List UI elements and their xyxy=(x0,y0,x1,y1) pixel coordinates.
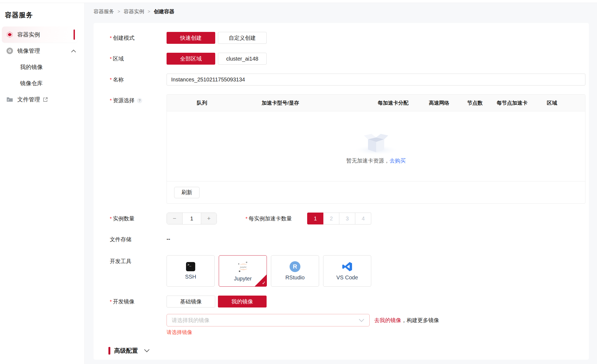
select-placeholder: 请选择我的镜像 xyxy=(172,317,210,324)
dev-tool-label: Jupyter xyxy=(234,276,252,282)
dev-tool-label: RStudio xyxy=(285,274,304,281)
required-mark: * xyxy=(110,77,112,82)
resource-select-label: *资源选择? xyxy=(110,94,167,204)
create-mode-custom-button[interactable]: 自定义创建 xyxy=(218,32,267,44)
dev-tool-jupyter-card[interactable]: jupyter Jupyter ✓ xyxy=(219,255,267,287)
vscode-icon xyxy=(342,261,353,272)
sidebar-item-image-repository[interactable]: 镜像仓库 xyxy=(0,75,84,91)
column-header-node-count: 节点数 xyxy=(459,100,490,107)
empty-state-text: 暂无加速卡资源，去购买 xyxy=(346,157,406,164)
jupyter-icon: jupyter xyxy=(236,260,249,273)
sidebar-item-file-management[interactable]: 文件管理 xyxy=(0,91,84,108)
column-header-region: 区域 xyxy=(534,100,570,107)
sidebar: 容器服务 容器实例 镜像管理 我的镜像 镜像仓库 xyxy=(0,3,85,364)
breadcrumb-separator: > xyxy=(148,9,150,14)
instance-name-input[interactable] xyxy=(167,74,585,85)
cards-option-2[interactable]: 2 xyxy=(323,213,339,224)
create-mode-label: *创建模式 xyxy=(110,32,167,44)
create-mode-quick-button[interactable]: 快速创建 xyxy=(167,32,215,44)
breadcrumb-container-service[interactable]: 容器服务 xyxy=(94,8,114,15)
dev-tool-vscode-card[interactable]: VS Code xyxy=(323,255,371,287)
create-container-form-card: *创建模式 快速创建 自定义创建 *区域 全部区域 cluster_ai148 xyxy=(94,23,589,360)
external-link-icon xyxy=(43,97,48,102)
required-mark: * xyxy=(110,56,112,62)
instance-count-stepper: − 1 + xyxy=(167,213,217,224)
sidebar-item-label: 文件管理 xyxy=(17,96,40,103)
sidebar-item-label: 镜像管理 xyxy=(17,47,40,55)
empty-box-icon xyxy=(353,128,399,155)
dev-image-mine-button[interactable]: 我的镜像 xyxy=(218,296,267,307)
dev-image-label: *开发镜像 xyxy=(110,296,167,307)
name-label: *名称 xyxy=(110,74,167,85)
breadcrumb-container-instances[interactable]: 容器实例 xyxy=(124,8,144,15)
help-icon[interactable]: ? xyxy=(137,98,142,103)
region-label: *区域 xyxy=(110,53,167,65)
sidebar-title: 容器服务 xyxy=(5,11,84,19)
top-divider xyxy=(0,0,597,3)
file-storage-value: -- xyxy=(167,233,170,243)
required-mark: * xyxy=(246,216,247,221)
required-mark: * xyxy=(110,35,112,41)
chevron-up-icon[interactable] xyxy=(71,49,76,53)
cards-per-instance-label: *每实例加速卡数量 xyxy=(246,215,292,222)
cards-option-1[interactable]: 1 xyxy=(307,213,323,224)
region-cluster-button[interactable]: cluster_ai148 xyxy=(218,53,267,65)
region-all-button[interactable]: 全部区域 xyxy=(167,53,215,65)
dev-tool-ssh-card[interactable]: >_ SSH xyxy=(167,255,215,287)
image-management-icon xyxy=(6,47,13,54)
sidebar-item-label: 镜像仓库 xyxy=(20,80,43,87)
container-instance-icon xyxy=(6,31,13,38)
sidebar-item-image-management[interactable]: 镜像管理 xyxy=(0,43,84,59)
sidebar-item-label: 容器实例 xyxy=(17,31,40,38)
file-storage-label: 文件存储 xyxy=(110,233,167,243)
required-mark: * xyxy=(110,216,112,221)
dev-tool-rstudio-card[interactable]: R RStudio xyxy=(271,255,319,287)
sidebar-item-label: 我的镜像 xyxy=(20,63,43,71)
chevron-down-icon[interactable] xyxy=(144,349,150,353)
folder-icon xyxy=(6,96,13,103)
main-area: 容器服务 > 容器实例 > 创建容器 *创建模式 快速创建 自定义创建 *区域 xyxy=(85,3,597,364)
svg-text:jupyter: jupyter xyxy=(240,266,247,268)
advanced-config-header[interactable]: 高级配置 xyxy=(108,347,589,355)
my-image-select[interactable]: 请选择我的镜像 xyxy=(167,314,370,326)
dev-tool-label: SSH xyxy=(185,274,196,280)
build-more-images-text: ，构建更多镜像 xyxy=(401,317,439,324)
resource-table: 队列 加速卡型号/显存 每加速卡分配 高速网络 节点数 每节点加速卡 区域 xyxy=(167,94,585,204)
dev-tools-label: 开发工具 xyxy=(110,255,167,287)
go-to-my-images-link[interactable]: 去我的镜像 xyxy=(374,317,401,324)
breadcrumb: 容器服务 > 容器实例 > 创建容器 xyxy=(85,3,597,20)
cards-per-instance-options: 1 2 3 4 xyxy=(307,213,371,224)
resource-table-header: 队列 加速卡型号/显存 每加速卡分配 高速网络 节点数 每节点加速卡 区域 xyxy=(167,95,585,111)
required-mark: * xyxy=(110,299,112,305)
chevron-down-icon xyxy=(359,319,364,322)
instance-count-label: *实例数量 xyxy=(110,213,167,224)
column-header-network: 高速网络 xyxy=(419,100,459,107)
stepper-increase-button[interactable]: + xyxy=(201,213,217,224)
advanced-config-title: 高级配置 xyxy=(114,347,138,355)
selected-check-icon: ✓ xyxy=(254,274,267,287)
breadcrumb-current-page: 创建容器 xyxy=(154,8,174,15)
section-accent-bar xyxy=(108,347,110,355)
rstudio-icon: R xyxy=(290,261,300,272)
column-header-card-model: 加速卡型号/显存 xyxy=(237,100,324,107)
stepper-decrease-button[interactable]: − xyxy=(167,213,182,224)
resource-empty-state: 暂无加速卡资源，去购买 xyxy=(167,111,585,181)
column-header-per-card-alloc: 每加速卡分配 xyxy=(367,100,419,107)
breadcrumb-separator: > xyxy=(118,9,120,14)
dev-tool-label: VS Code xyxy=(336,274,358,281)
image-select-error: 请选择镜像 xyxy=(167,329,439,336)
required-mark: * xyxy=(110,98,112,103)
sidebar-item-container-instances[interactable]: 容器实例 xyxy=(2,27,77,43)
active-indicator-bar xyxy=(74,29,75,40)
stepper-value[interactable]: 1 xyxy=(182,213,201,224)
ssh-terminal-icon: >_ xyxy=(186,262,195,271)
column-header-queue: 队列 xyxy=(167,100,237,107)
refresh-button[interactable]: 刷新 xyxy=(174,187,200,198)
cards-option-4[interactable]: 4 xyxy=(355,213,371,224)
sidebar-item-my-images[interactable]: 我的镜像 xyxy=(0,59,84,75)
dev-image-base-button[interactable]: 基础镜像 xyxy=(167,296,215,307)
buy-resources-link[interactable]: 去购买 xyxy=(390,158,406,164)
column-header-cards-per-node: 每节点加速卡 xyxy=(490,100,534,107)
cards-option-3[interactable]: 3 xyxy=(339,213,355,224)
